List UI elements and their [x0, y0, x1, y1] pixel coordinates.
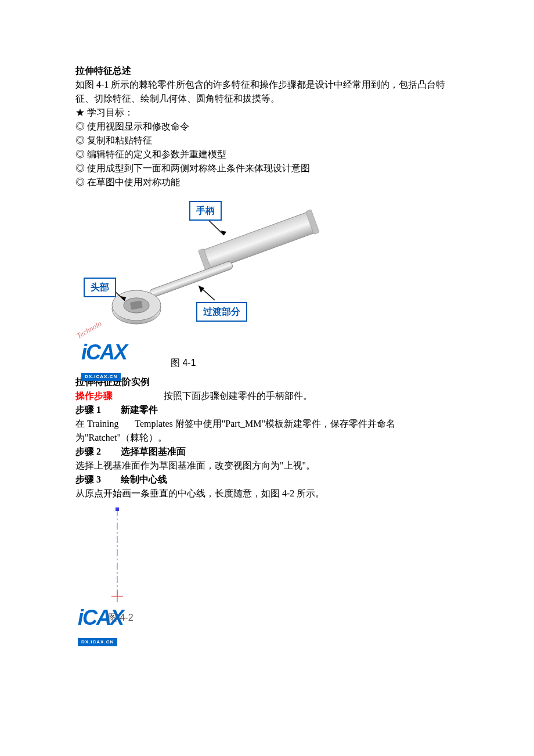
section1-title: 拉伸特征总述 — [75, 64, 459, 78]
svg-marker-13 — [199, 286, 204, 293]
svg-rect-3 — [149, 261, 233, 298]
objective-item: ◎ 编辑特征的定义和参数并重建模型 — [75, 147, 459, 161]
step2-text: 选择上视基准面作为草图基准面，改变视图方向为"上视"。 — [75, 459, 459, 473]
step3-text: 从原点开始画一条垂直的中心线，长度随意，如图 4-2 所示。 — [75, 487, 459, 501]
step1-label: 步骤 1 — [75, 403, 101, 417]
svg-rect-17 — [116, 507, 119, 511]
section2-title: 拉伸特征进阶实例 — [75, 375, 459, 389]
op-steps-text: 按照下面步骤创建零件的手柄部件。 — [164, 391, 312, 401]
label-head: 头部 — [84, 278, 116, 297]
op-steps-line: 操作步骤 按照下面步骤创建零件的手柄部件。 — [75, 389, 459, 403]
objective-item: ◎ 在草图中使用对称功能 — [75, 175, 459, 189]
step1-title: 新建零件 — [121, 403, 158, 417]
figure-4-2: iCAX DX.ICAX.CN 图 4-2 — [77, 506, 169, 640]
figure-1-caption: 图 4-1 — [171, 356, 196, 370]
step1-text-a: 在 Training — [75, 419, 119, 429]
objective-item: ◎ 复制和粘贴特征 — [75, 134, 459, 147]
figure-4-1: 手柄 头部 过渡部分 Technolo iCAX DX.ICAX.CN 图 4-… — [75, 197, 459, 372]
logo-sub-text: DX.ICAX.CN — [81, 373, 121, 381]
step1-text: 在 Training Templates 附签中使用"Part_MM"模板新建零… — [75, 417, 459, 445]
logo-main-text: iCAX — [81, 340, 127, 364]
section1-p1: 如图 4-1 所示的棘轮零件所包含的许多特征和操作步骤都是设计中经常用到的，包括… — [75, 78, 459, 106]
step2-title: 选择草图基准面 — [121, 445, 186, 459]
objective-marker: ★ 学习目标： — [75, 106, 459, 120]
svg-line-8 — [208, 219, 224, 235]
logo-icax: iCAX DX.ICAX.CN — [81, 337, 127, 382]
step2-header: 步骤 2 选择草图基准面 — [75, 445, 459, 459]
objective-item: ◎ 使用成型到下一面和两侧对称终止条件来体现设计意图 — [75, 161, 459, 175]
logo-icax-2: iCAX DX.ICAX.CN — [78, 602, 123, 647]
step3-label: 步骤 3 — [75, 473, 101, 487]
op-steps-label: 操作步骤 — [75, 391, 113, 401]
step2-label: 步骤 2 — [75, 445, 101, 459]
step1-header: 步骤 1 新建零件 — [75, 403, 459, 417]
document-page: 拉伸特征总述 如图 4-1 所示的棘轮零件所包含的许多特征和操作步骤都是设计中经… — [0, 0, 534, 756]
step1-text-b: Templates 附签中使用"Part_MM"模板新建零件，保存零件并命名为"… — [75, 419, 395, 442]
logo-sub-text-2: DX.ICAX.CN — [78, 638, 117, 646]
figure-2-caption: 图 4-2 — [108, 611, 134, 625]
step3-title: 绘制中心线 — [121, 473, 167, 487]
label-handle: 手柄 — [189, 201, 222, 221]
label-transition: 过渡部分 — [196, 302, 247, 322]
objective-item: ◎ 使用视图显示和修改命令 — [75, 120, 459, 134]
step3-header: 步骤 3 绘制中心线 — [75, 473, 459, 487]
